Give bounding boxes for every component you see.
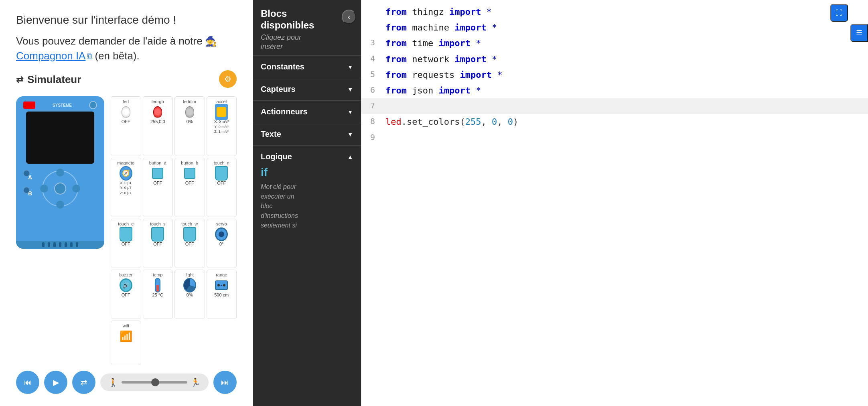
if-keyword[interactable]: if: [261, 166, 353, 179]
collapse-panel-button[interactable]: ‹: [342, 10, 356, 24]
blocks-subtitle: Cliquez pourinsérer: [261, 33, 314, 52]
chevron-left-icon: ‹: [348, 13, 350, 21]
sensor-light-label: light: [186, 272, 194, 277]
menu-icon: ☰: [856, 28, 862, 37]
left-panel: Bienvenue sur l'interface démo ! Vous po…: [0, 0, 253, 406]
servo-icon: [215, 228, 228, 241]
sensor-magneto[interactable]: magneto 🧭 X: 0 μT Y: 0 μT Z: 0 μT: [111, 158, 141, 217]
sensor-led[interactable]: led OFF: [111, 96, 141, 156]
speed-thumb[interactable]: [151, 378, 159, 386]
sensor-buzzer-label: buzzer: [119, 272, 132, 277]
gear-icon: ⚙: [224, 74, 231, 84]
simulator-top: ⇄ Simulateur ⚙: [16, 65, 237, 92]
board-red-block: [23, 102, 35, 109]
sensor-buzzer-value: OFF: [122, 292, 130, 297]
board-bottom-pins: [16, 241, 104, 249]
line-content-4: from network import *: [381, 51, 868, 67]
category-constantes-label: Constantes: [261, 62, 304, 71]
sensor-ledrgb-label: ledrgb: [152, 99, 164, 104]
sensor-wifi[interactable]: wifi 📶: [111, 321, 141, 365]
sensor-leddim[interactable]: leddim 0%: [174, 96, 205, 156]
sensor-touch-w[interactable]: touch_w OFF: [174, 219, 205, 268]
sensor-touch-n[interactable]: touch_n OFF: [207, 158, 237, 217]
play-icon: ▶: [53, 378, 59, 387]
sensor-range-value: 500 cm: [214, 292, 229, 297]
sensor-touch-w-label: touch_w: [181, 221, 198, 226]
category-capteurs[interactable]: Capteurs ▼: [253, 78, 361, 100]
sensor-light[interactable]: light 0%: [174, 270, 205, 319]
blocks-title-area: Blocsdisponibles Cliquez pourinsérer: [261, 8, 314, 51]
loop-button[interactable]: ⇄: [72, 371, 95, 394]
pin: [76, 242, 78, 247]
sensor-touch-w-value: OFF: [185, 242, 194, 246]
ledrgb-icon: [151, 106, 164, 118]
sensor-temp[interactable]: temp 25 °C: [143, 270, 173, 319]
sensor-touch-n-value: OFF: [217, 181, 226, 185]
sensor-accel-values: X: 0 m/s² Y: 0 m/s² Z: 1 m/s²: [214, 119, 229, 134]
sensor-buzzer[interactable]: buzzer 🔊 OFF: [111, 270, 141, 319]
dpad-right[interactable]: [72, 185, 80, 193]
light-icon: [183, 279, 196, 292]
rewind-icon: ⏮: [24, 378, 32, 387]
category-texte-label: Texte: [261, 130, 281, 139]
code-editor[interactable]: from thingz import * from machine import…: [361, 0, 868, 406]
touch-n-icon: [215, 167, 228, 180]
sensor-servo[interactable]: servo 0°: [207, 219, 237, 268]
play-button[interactable]: ▶: [44, 371, 67, 394]
sensor-ledrgb[interactable]: ledrgb 255,0,0: [143, 96, 173, 156]
sensor-servo-label: servo: [216, 221, 227, 226]
line-content-7[interactable]: [381, 98, 868, 114]
dpad: [40, 168, 80, 209]
menu-button[interactable]: ☰: [850, 24, 868, 42]
sensor-range[interactable]: range 500 cm: [207, 270, 237, 319]
simulator-gear-button[interactable]: ⚙: [219, 70, 237, 88]
category-constantes-arrow: ▼: [347, 64, 353, 70]
sensor-touch-s-label: touch_s: [150, 221, 166, 226]
board-button-top[interactable]: [89, 101, 97, 109]
fullscreen-button[interactable]: ⛶: [830, 4, 848, 22]
sensor-button-a[interactable]: button_a OFF: [143, 158, 173, 217]
logic-section: Logique ▲ if Mot clé pourexécuter unbloc…: [253, 145, 361, 406]
sensor-button-b-value: OFF: [185, 181, 194, 185]
category-texte[interactable]: Texte ▼: [253, 123, 361, 145]
fast-runner-icon: 🏃: [191, 378, 201, 387]
board-screen: [26, 112, 94, 164]
ai-link[interactable]: Compagnon IA ⧉: [16, 50, 92, 62]
board-system-label: SYSTÈME: [53, 103, 72, 108]
line-number-2: [361, 20, 381, 35]
sensor-touch-s[interactable]: touch_s OFF: [143, 219, 173, 268]
line-number-8: 8: [361, 114, 381, 130]
sensor-accel[interactable]: accel X: 0 m/s² Y: 0 m/s² Z: 1 m/s²: [207, 96, 237, 156]
fullscreen-icon: ⛶: [836, 9, 843, 17]
sensor-wifi-label: wifi: [123, 323, 129, 328]
sensor-temp-label: temp: [153, 272, 162, 277]
wifi-icon: 📶: [120, 330, 132, 343]
sensor-button-a-label: button_a: [149, 160, 166, 165]
code-line-5: 5 from requests import *: [361, 67, 868, 83]
touch-w-icon: [183, 228, 196, 241]
skip-button[interactable]: ⏭: [213, 371, 237, 394]
line-number-3: 3: [361, 35, 381, 51]
sensor-light-value: 0%: [187, 292, 193, 297]
speed-track[interactable]: [122, 381, 187, 384]
accel-icon: [215, 106, 228, 118]
pin: [53, 242, 56, 247]
dpad-down[interactable]: [56, 201, 64, 209]
sensor-button-b[interactable]: button_b OFF: [174, 158, 205, 217]
device-board: SYSTÈME A B: [16, 96, 104, 249]
button-a-icon: [151, 167, 164, 180]
line-content-5: from requests import *: [381, 67, 868, 83]
pin: [70, 242, 73, 247]
rewind-button[interactable]: ⏮: [16, 371, 39, 394]
logic-header[interactable]: Logique ▲: [261, 152, 353, 161]
category-actionneurs[interactable]: Actionneurs ▼: [253, 100, 361, 123]
sensor-ledrgb-value: 255,0,0: [150, 119, 165, 124]
welcome-text: Bienvenue sur l'interface démo !: [16, 12, 237, 28]
sensor-button-b-label: button_b: [181, 160, 198, 165]
category-constantes[interactable]: Constantes ▼: [253, 55, 361, 78]
ai-suffix: (en bêta).: [95, 50, 139, 62]
loop-icon: ⇄: [81, 378, 87, 387]
sensor-touch-e[interactable]: touch_e OFF: [111, 219, 141, 268]
code-line-1: from thingz import *: [361, 4, 868, 20]
logic-title: Logique: [261, 152, 292, 161]
